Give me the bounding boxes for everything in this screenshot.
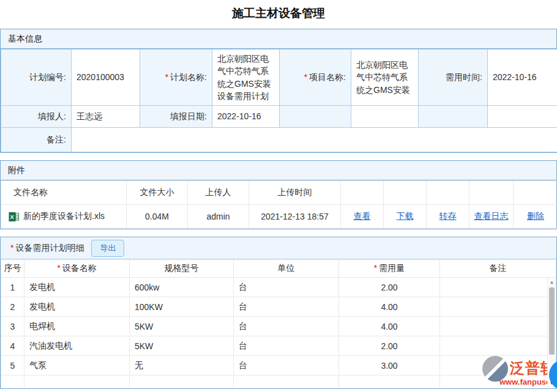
col-action	[469, 181, 514, 205]
details-section: *设备需用计划明细 导出 序号 *设备名称 规格型号 单位 *需用量 备注 1 …	[0, 237, 557, 389]
need-time-value: 2022-10-16	[488, 50, 557, 106]
col-spec: 规格型号	[130, 260, 234, 278]
basic-info-table: 计划编号: 2020100003 *计划名称: 北京朝阳区电气中芯特气系统之GM…	[1, 49, 557, 152]
col-upload-time: 上传时间	[249, 181, 341, 205]
reporter-label: 填报人:	[1, 106, 72, 128]
col-uploader: 上传人	[188, 181, 249, 205]
excel-icon: X	[9, 212, 19, 222]
cell-unit	[234, 375, 339, 390]
cell-unit: 台	[234, 317, 339, 336]
cell-no: 4	[1, 336, 24, 356]
cell-unit: 台	[234, 297, 339, 317]
file-upload-time: 2021-12-13 18:57	[249, 205, 341, 229]
basic-info-section: 基本信息 计划编号: 2020100003 *计划名称: 北京朝阳区电气中芯特气…	[0, 29, 557, 153]
cell-unit: 台	[234, 278, 339, 297]
remark-label: 备注:	[1, 128, 72, 152]
required-asterisk: *	[304, 72, 307, 82]
empty-value-cell	[351, 106, 419, 128]
cell-spec: 5KW	[130, 336, 234, 356]
cell-unit: 台	[234, 336, 339, 356]
cell-no	[1, 375, 24, 390]
view-log-link[interactable]: 查看日志	[474, 211, 509, 221]
export-button[interactable]: 导出	[91, 240, 124, 257]
svg-text:X: X	[10, 213, 15, 220]
cell-unit: 台	[234, 356, 339, 375]
empty-label-cell	[280, 106, 351, 128]
cell-no: 5	[1, 356, 24, 375]
plan-name-value: 北京朝阳区电气中芯特气系统之GMS安装设备需用计划	[212, 50, 280, 106]
scroll-up-icon[interactable]: ▲	[548, 278, 556, 287]
cell-spec: 无	[130, 356, 234, 375]
file-size: 0.04M	[127, 205, 188, 229]
reporter-value: 王志远	[72, 106, 140, 128]
table-row: 3 电焊机 5KW 台 4.00	[1, 317, 556, 336]
empty-label-cell	[419, 106, 488, 128]
attachments-header: 附件	[1, 161, 556, 180]
cell-qty	[339, 375, 440, 390]
required-asterisk: *	[57, 263, 60, 273]
col-action	[514, 181, 557, 205]
basic-info-header: 基本信息	[1, 29, 556, 49]
attachments-section: 附件 文件名称 文件大小 上传人 上传时间	[0, 160, 557, 229]
required-asterisk: *	[165, 72, 168, 82]
cell-no: 3	[1, 317, 24, 336]
details-title: *设备需用计划明细	[10, 243, 84, 254]
page: 施工主材设备管理 基本信息 计划编号: 2020100003 *计划名称: 北京…	[0, 0, 557, 392]
cell-note	[440, 278, 556, 297]
table-row: 1 发电机 600kw 台 2.00	[1, 278, 556, 297]
report-date-label: 填报日期:	[140, 106, 212, 128]
cell-note	[440, 336, 556, 356]
cell-qty: 3.00	[339, 356, 440, 375]
plan-no-label: 计划编号:	[1, 50, 72, 106]
col-file-name: 文件名称	[1, 181, 127, 205]
required-asterisk: *	[10, 243, 13, 253]
plan-name-label: *计划名称:	[140, 50, 212, 106]
table-row: 2 发电机 100KW 台 4.00	[1, 297, 556, 317]
col-note: 备注	[440, 260, 556, 278]
cell-spec: 5KW	[130, 317, 234, 336]
col-action	[427, 181, 469, 205]
attachments-table: 文件名称 文件大小 上传人 上传时间 X	[1, 180, 557, 229]
col-equip-name: *设备名称	[24, 260, 130, 278]
cell-spec: 100KW	[130, 297, 234, 317]
empty-value-cell	[488, 106, 557, 128]
cell-qty: 2.00	[339, 278, 440, 297]
cell-no: 2	[1, 297, 24, 317]
cell-name	[24, 375, 130, 390]
project-name-label: *项目名称:	[280, 50, 351, 106]
col-action	[384, 181, 427, 205]
plan-no-value: 2020100003	[72, 50, 140, 106]
col-qty: *需用量	[339, 260, 440, 278]
cell-qty: 4.00	[339, 297, 440, 317]
cell-spec	[130, 375, 234, 390]
table-row: 4 汽油发电机 5KW 台 2.00	[1, 336, 556, 356]
transfer-link[interactable]: 转存	[439, 211, 457, 221]
details-header: *设备需用计划明细 导出	[1, 237, 556, 259]
report-date-value: 2022-10-16	[212, 106, 280, 128]
cell-name: 电焊机	[24, 317, 130, 336]
cell-name: 发电机	[24, 278, 130, 297]
view-link[interactable]: 查看	[354, 211, 371, 221]
table-row: 5 气泵 无 台 3.00	[1, 356, 556, 375]
remark-value	[72, 128, 557, 152]
col-action	[341, 181, 384, 205]
download-link[interactable]: 下载	[397, 211, 414, 221]
page-title: 施工主材设备管理	[0, 0, 557, 29]
project-name-value: 北京朝阳区电气中芯特气系统之GMS安装	[351, 50, 419, 106]
scroll-thumb[interactable]	[549, 287, 555, 355]
cell-note	[440, 317, 556, 336]
cell-name: 气泵	[24, 356, 130, 375]
file-row: X 新的季度设备计划.xls 0.04M admin 2021-12-13 18…	[1, 205, 557, 229]
cell-note	[440, 297, 556, 317]
delete-link[interactable]: 删除	[527, 211, 544, 221]
required-asterisk: *	[374, 263, 377, 273]
cell-no: 1	[1, 278, 24, 297]
cell-qty: 2.00	[339, 336, 440, 356]
watermark: 泛普软件 www.fanpusoft.com	[482, 355, 557, 391]
cell-spec: 600kw	[130, 278, 234, 297]
col-seq: 序号	[1, 260, 24, 278]
col-unit: 单位	[234, 260, 339, 278]
file-uploader: admin	[188, 205, 249, 229]
details-table: 序号 *设备名称 规格型号 单位 *需用量 备注 1 发电机 600kw 台 2…	[1, 259, 556, 389]
need-time-label: 需用时间:	[419, 50, 488, 106]
